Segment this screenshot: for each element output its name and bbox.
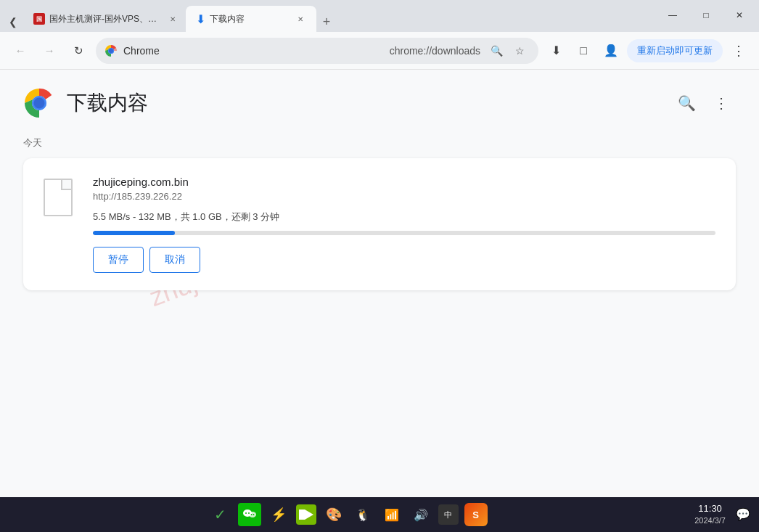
taskbar-icon-nvidia[interactable] [296, 504, 316, 525]
tab-2-download-icon: ⬇ [196, 12, 205, 26]
tab-bar: ❮ 国 国外主机测评-国外VPS、国… ✕ ⬇ 下载内容 ✕ + — □ ✕ [0, 0, 759, 32]
address-url: chrome://downloads [390, 45, 480, 57]
taskbar-icon-network[interactable]: 📶 [380, 503, 403, 526]
file-name: zhujiceping.com.bin [93, 176, 715, 188]
taskbar-icon-volume[interactable]: 🔊 [409, 503, 432, 526]
tab-2-close[interactable]: ✕ [295, 13, 306, 25]
chrome-icon [104, 44, 118, 57]
taskbar-input-method[interactable]: 中 [438, 504, 459, 525]
svg-point-2 [109, 49, 113, 53]
taskbar-icon-bluetooth[interactable]: ⚡ [267, 503, 290, 526]
bookmark-button[interactable]: ☆ [509, 41, 530, 61]
tab-1-title: 国外主机测评-国外VPS、国… [49, 13, 163, 25]
svg-point-7 [249, 512, 256, 517]
taskbar: ✓ ⚡ 🎨 [0, 497, 759, 532]
taskbar-clock[interactable]: 11:30 2024/3/7 [694, 502, 726, 527]
search-button[interactable]: 🔍 [486, 41, 506, 61]
tab-2-title: 下载内容 [210, 13, 290, 25]
update-button-label: 重新启动即可更新 [637, 44, 713, 57]
forward-button[interactable]: → [38, 39, 61, 62]
svg-point-11 [253, 514, 254, 515]
chrome-menu-button[interactable]: ⋮ [727, 39, 750, 62]
taskbar-icon-check[interactable]: ✓ [209, 503, 232, 526]
extensions-button[interactable]: □ [572, 39, 595, 62]
downloads-header: 下载内容 🔍 ⋮ [0, 70, 759, 131]
page-content: zhujiceping.com 下载内容 🔍 ⋮ [0, 70, 759, 497]
sogou-label: S [472, 510, 479, 520]
file-url: http://185.239.226.22 [93, 191, 715, 202]
taskbar-icons: ✓ ⚡ 🎨 [6, 503, 690, 526]
reload-button[interactable]: ↻ [67, 39, 90, 62]
tab-1-close[interactable]: ✕ [167, 13, 179, 25]
tab-bar-left: ❮ [3, 12, 23, 32]
address-actions: 🔍 ☆ [486, 41, 530, 61]
taskbar-sogou-icon[interactable]: S [464, 503, 488, 526]
svg-point-10 [250, 514, 252, 515]
svg-point-9 [248, 512, 250, 514]
taskbar-icon-color[interactable]: 🎨 [322, 503, 345, 526]
downloads-nav-button[interactable]: ⬇ [544, 39, 567, 62]
new-tab-button[interactable]: + [316, 12, 337, 32]
download-status: 5.5 MB/s - 132 MB，共 1.0 GB，还剩 3 分钟 [93, 210, 715, 224]
chrome-logo [23, 87, 55, 119]
taskbar-icon-penguin[interactable]: 🐧 [351, 503, 374, 526]
pause-button[interactable]: 暂停 [93, 247, 144, 273]
file-icon [44, 179, 78, 219]
downloads-title-area: 下载内容 [23, 87, 148, 119]
address-bar[interactable]: Chrome chrome://downloads 🔍 ☆ [96, 38, 538, 64]
close-button[interactable]: ✕ [723, 4, 756, 26]
minimize-button[interactable]: — [656, 4, 689, 26]
profile-button[interactable]: 👤 [599, 39, 623, 62]
svg-point-5 [34, 98, 45, 109]
progress-bar-fill [93, 231, 175, 235]
browser-window: ❮ 国 国外主机测评-国外VPS、国… ✕ ⬇ 下载内容 ✕ + — □ ✕ ←… [0, 0, 759, 532]
download-info: zhujiceping.com.bin http://185.239.226.2… [93, 176, 715, 273]
section-label: 今天 [0, 131, 759, 158]
tab-1-favicon: 国 [33, 13, 45, 25]
taskbar-notification-icon[interactable]: 💬 [733, 504, 753, 525]
window-controls: — □ ✕ [656, 4, 756, 26]
navigation-bar: ← → ↻ Chrome chrome://downloads 🔍 ☆ [0, 32, 759, 70]
download-card: zhujiceping.com.bin http://185.239.226.2… [23, 158, 736, 290]
back-button[interactable]: ← [9, 39, 32, 62]
taskbar-icon-wechat[interactable] [238, 503, 261, 526]
svg-marker-13 [305, 510, 313, 520]
nvidia-icon [299, 510, 313, 520]
file-icon-shape [44, 179, 73, 216]
taskbar-time-display: 11:30 [694, 502, 726, 515]
search-downloads-button[interactable]: 🔍 [672, 89, 701, 118]
svg-marker-12 [299, 510, 305, 520]
svg-point-8 [245, 512, 247, 514]
nav-right-actions: ⬇ □ 👤 重新启动即可更新 ⋮ [544, 39, 750, 62]
tab-1[interactable]: 国 国外主机测评-国外VPS、国… ✕ [26, 6, 186, 32]
taskbar-date-display: 2024/3/7 [694, 515, 726, 526]
address-brand: Chrome [123, 45, 384, 57]
more-options-button[interactable]: ⋮ [707, 89, 736, 118]
progress-bar-container [93, 231, 715, 235]
header-actions: 🔍 ⋮ [672, 89, 736, 118]
file-icon-area [44, 176, 78, 219]
wechat-icon [242, 507, 258, 523]
tab-nav-arrow[interactable]: ❮ [3, 12, 23, 32]
tab-2[interactable]: ⬇ 下载内容 ✕ [186, 6, 316, 32]
cancel-button[interactable]: 取消 [149, 247, 200, 273]
page-title: 下载内容 [67, 89, 148, 117]
update-button[interactable]: 重新启动即可更新 [627, 39, 723, 62]
taskbar-right: 11:30 2024/3/7 💬 [694, 502, 753, 527]
maximize-button[interactable]: □ [689, 4, 723, 26]
download-actions: 暂停 取消 [93, 247, 715, 273]
